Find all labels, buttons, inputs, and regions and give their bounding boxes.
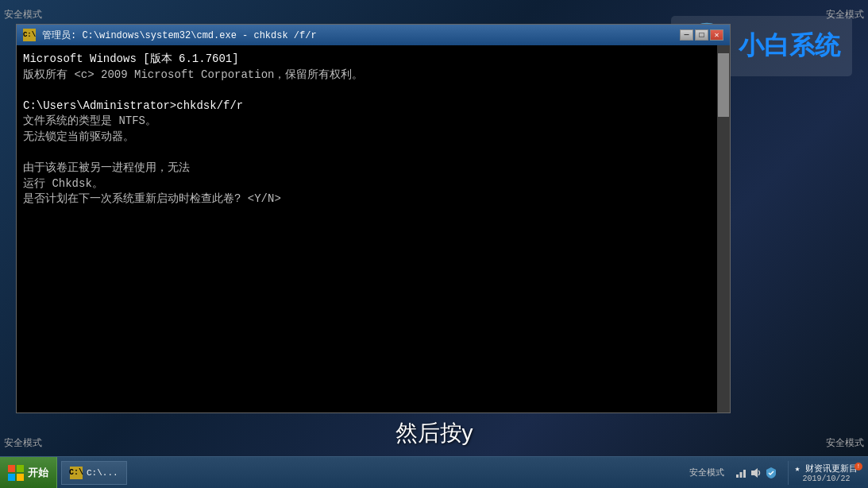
cmd-titlebar[interactable]: C:\ 管理员: C:\windows\system32\cmd.exe - c…: [17, 25, 730, 45]
cmd-content: Microsoft Windows [版本 6.1.7601] 版权所有 <c>…: [17, 45, 730, 412]
taskbar-window-label: C:\...: [87, 468, 118, 478]
cmd-line-6: [23, 145, 723, 161]
subtitle-text: 然后按y: [395, 420, 473, 445]
cmd-line-0: Microsoft Windows [版本 6.1.7601]: [23, 52, 723, 68]
svg-rect-8: [739, 472, 742, 478]
cmd-line-4: 文件系统的类型是 NTFS。: [23, 114, 723, 130]
cmd-title-icon: C:\: [23, 29, 36, 41]
svg-rect-7: [736, 474, 739, 478]
scrollbar-thumb[interactable]: [718, 53, 729, 117]
network-icon[interactable]: [735, 467, 747, 479]
safemode-label-tl: 安全模式: [4, 8, 42, 21]
clock-date: 2019/10/22: [795, 474, 858, 483]
cmd-line-7: 由于该卷正被另一进程使用，无法: [23, 161, 723, 176]
svg-rect-5: [8, 474, 15, 481]
clock-area[interactable]: ★ 财资讯更新目 2019/10/22 !: [788, 461, 864, 485]
taskbar-cmd-icon: C:\: [70, 467, 83, 479]
minimize-button[interactable]: ─: [680, 29, 693, 41]
logo-text: 小白系统: [739, 29, 840, 64]
shield-icon[interactable]: [765, 467, 777, 479]
cmd-title-text: 管理员: C:\windows\system32\cmd.exe - chkds…: [42, 29, 673, 42]
cmd-line-8: 运行 Chkdsk。: [23, 176, 723, 192]
cmd-line-5: 无法锁定当前驱动器。: [23, 130, 723, 145]
cmd-line-3: C:\Users\Administrator>chkdsk/f/r: [23, 99, 723, 114]
clock-time: ★ 财资讯更新目: [795, 463, 858, 474]
svg-marker-10: [751, 468, 758, 478]
close-button[interactable]: ✕: [710, 29, 723, 41]
desktop: 安全模式 安全模式 安全模式 安全模式 小白系统 C:\ 管理员: C:\win…: [0, 0, 868, 488]
cmd-window: C:\ 管理员: C:\windows\system32\cmd.exe - c…: [16, 24, 731, 413]
taskbar-right: 安全模式: [689, 461, 868, 485]
svg-rect-9: [743, 470, 746, 478]
cmd-controls: ─ □ ✕: [680, 29, 723, 41]
notification-badge: !: [854, 463, 862, 471]
cmd-scrollbar[interactable]: [717, 45, 730, 412]
start-button[interactable]: 开始: [0, 457, 57, 488]
svg-rect-6: [17, 474, 24, 481]
safemode-taskbar-right: 安全模式: [689, 467, 724, 478]
taskbar: 开始 C:\ C:\... 安全模式: [0, 456, 868, 488]
cmd-line-9: 是否计划在下一次系统重新启动时检查此卷? <Y/N>: [23, 192, 723, 207]
cmd-line-1: 版权所有 <c> 2009 Microsoft Corporation，保留所有…: [23, 68, 723, 83]
windows-icon: [8, 465, 24, 481]
start-label: 开始: [28, 466, 48, 480]
taskbar-window-cmd[interactable]: C:\ C:\...: [61, 461, 127, 485]
svg-rect-3: [8, 465, 15, 472]
systray: [728, 467, 784, 479]
subtitle-area: 然后按y: [0, 418, 868, 448]
maximize-button[interactable]: □: [695, 29, 708, 41]
svg-rect-4: [17, 465, 24, 472]
volume-icon[interactable]: [750, 467, 762, 479]
cmd-line-2: [23, 83, 723, 99]
